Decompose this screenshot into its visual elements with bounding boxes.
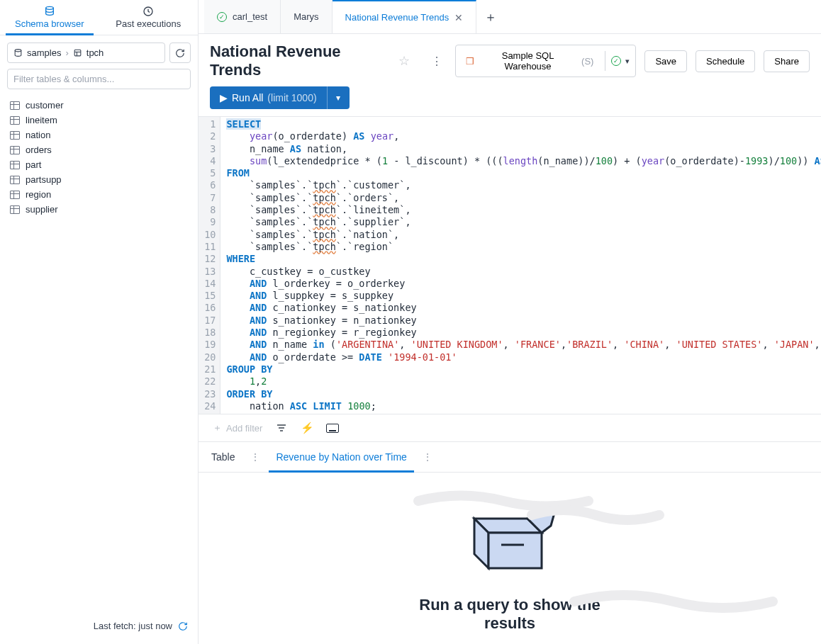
refresh-icon[interactable] <box>178 621 188 631</box>
warehouse-icon: ❒ <box>466 56 474 67</box>
results-tab-menu[interactable]: ⋮ <box>250 451 260 463</box>
results-tab-viz[interactable]: Revenue by Nation over Time <box>274 442 408 472</box>
page-title: National Revenue Trends <box>210 43 390 79</box>
favorite-toggle[interactable]: ☆ <box>398 53 410 69</box>
status-ok-icon: ✓ <box>611 56 621 66</box>
history-icon <box>143 6 154 17</box>
refresh-icon <box>175 48 185 58</box>
table-name: lineitem <box>26 115 57 125</box>
table-item[interactable]: lineitem <box>7 113 191 128</box>
plus-icon: ＋ <box>213 422 222 434</box>
table-icon <box>10 131 20 140</box>
run-limit: (limit 1000) <box>267 92 316 103</box>
table-name: part <box>26 159 41 170</box>
refresh-schema-button[interactable] <box>169 43 191 63</box>
table-name: nation <box>26 130 50 140</box>
database-icon <box>44 6 55 17</box>
sidebar: Schema browser Past executions samples ›… <box>0 0 199 644</box>
parameters-icon[interactable] <box>275 422 288 434</box>
table-name: supplier <box>26 204 58 215</box>
doc-tab-carl-test[interactable]: ✓ carl_test <box>204 0 281 33</box>
sql-editor[interactable]: 123456789101112131415161718192021222324 … <box>199 116 821 414</box>
table-item[interactable]: customer <box>7 98 191 113</box>
results-tab-table[interactable]: Table <box>210 442 236 472</box>
table-icon <box>10 146 20 154</box>
doc-tab-label: carl_test <box>233 11 267 22</box>
svg-rect-3 <box>74 50 81 56</box>
results-tab-menu[interactable]: ⋮ <box>423 451 432 463</box>
schedule-button[interactable]: Schedule <box>696 50 755 72</box>
more-menu[interactable]: ⋮ <box>427 55 447 68</box>
close-tab-button[interactable]: ✕ <box>454 12 463 23</box>
table-icon <box>10 205 20 214</box>
doc-tab-national-revenue[interactable]: National Revenue Trends ✕ <box>333 0 477 33</box>
svg-point-2 <box>15 50 21 52</box>
table-icon <box>10 116 20 125</box>
run-dropdown[interactable]: ▾ <box>327 86 350 109</box>
lightning-icon[interactable]: ⚡ <box>301 422 313 434</box>
last-fetch-text: Last fetch: just now <box>94 621 172 631</box>
table-name: orders <box>26 145 52 155</box>
table-icon <box>10 191 20 199</box>
share-button[interactable]: Share <box>764 50 810 72</box>
svg-marker-12 <box>488 533 542 568</box>
schema-breadcrumb[interactable]: samples › tpch <box>7 43 165 63</box>
play-icon: ▶ <box>220 92 228 103</box>
catalog-name: samples <box>27 47 61 58</box>
add-tab-button[interactable]: ＋ <box>476 0 505 33</box>
run-label: Run All <box>232 92 263 103</box>
document-tabs: ✓ carl_test Marys National Revenue Trend… <box>199 0 821 34</box>
sidebar-tab-past[interactable]: Past executions <box>99 0 199 35</box>
schema-name: tpch <box>86 47 104 58</box>
chevron-down-icon: ▾ <box>625 57 630 66</box>
table-item[interactable]: region <box>7 187 191 202</box>
sidebar-tab-schema[interactable]: Schema browser <box>0 0 99 35</box>
save-button[interactable]: Save <box>644 50 687 72</box>
doc-tab-label: National Revenue Trends <box>345 12 449 23</box>
sidebar-tab-label: Schema browser <box>15 18 84 29</box>
schema-icon <box>73 48 82 57</box>
warehouse-name: Sample SQL Warehouse <box>480 50 576 72</box>
results-panel: Run a query to show the results <box>199 473 821 644</box>
catalog-icon <box>13 48 23 57</box>
table-item[interactable]: orders <box>7 142 191 157</box>
filter-tables-input[interactable] <box>7 69 191 89</box>
keyboard-icon[interactable] <box>326 422 339 434</box>
table-item[interactable]: part <box>7 157 191 172</box>
table-icon <box>10 176 20 184</box>
table-item[interactable]: supplier <box>7 202 191 217</box>
run-all-button[interactable]: ▶ Run All (limit 1000) <box>210 86 327 109</box>
doc-tab-label: Marys <box>294 11 318 22</box>
add-filter-label: Add filter <box>226 423 262 434</box>
table-item[interactable]: nation <box>7 128 191 142</box>
sidebar-tab-label: Past executions <box>116 18 181 29</box>
table-name: region <box>26 189 51 200</box>
add-filter-button[interactable]: ＋ Add filter <box>213 422 262 434</box>
table-icon <box>10 161 20 169</box>
table-item[interactable]: partsupp <box>7 172 191 187</box>
table-icon <box>10 101 20 110</box>
warehouse-size: (S) <box>581 56 593 67</box>
status-ok-icon: ✓ <box>217 12 227 22</box>
svg-point-0 <box>45 6 53 9</box>
table-name: customer <box>26 100 63 111</box>
last-fetch-status: Last fetch: just now <box>0 614 198 644</box>
warehouse-picker[interactable]: ❒ Sample SQL Warehouse (S) ✓ ▾ <box>455 45 636 77</box>
chevron-right-icon: › <box>65 47 68 58</box>
table-name: partsupp <box>26 174 62 185</box>
doc-tab-marys[interactable]: Marys <box>281 0 332 33</box>
